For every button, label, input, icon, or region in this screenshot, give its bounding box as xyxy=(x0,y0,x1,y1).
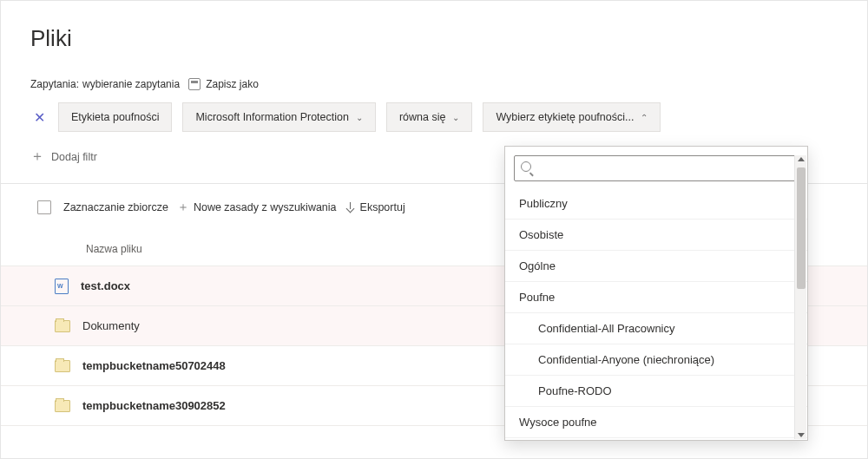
export-button[interactable]: Eksportuj xyxy=(345,201,405,213)
folder-icon xyxy=(55,360,70,372)
filter-source-label: Microsoft Information Protection xyxy=(195,111,348,123)
dropdown-option[interactable]: Publiczny xyxy=(505,188,807,220)
dropdown-option[interactable]: Poufne-RODO xyxy=(505,376,807,407)
page-title: Pliki xyxy=(1,1,867,52)
filter-field-label: Etykieta poufności xyxy=(71,111,159,123)
new-policy-label: Nowe zasady z wyszukiwania xyxy=(194,201,337,213)
dropdown-option[interactable]: Highly Confidential-All Employees xyxy=(505,438,807,440)
dropdown-option[interactable]: Wysoce poufne xyxy=(505,407,807,438)
filter-value-placeholder: Wybierz etykietę poufności... xyxy=(496,111,634,123)
filter-bar: ✕ Etykieta poufności Microsoft Informati… xyxy=(1,102,867,132)
download-icon xyxy=(345,202,356,213)
bulk-select-button[interactable]: Zaznaczanie zbiorcze xyxy=(63,201,168,213)
export-label: Eksportuj xyxy=(360,201,405,213)
scroll-down-icon xyxy=(798,433,805,437)
word-file-icon xyxy=(55,279,69,294)
plus-icon: ＋ xyxy=(177,200,189,215)
query-picker[interactable]: wybieranie zapytania xyxy=(82,78,180,90)
dropdown-option[interactable]: Confidential-All Pracownicy xyxy=(505,313,807,344)
folder-icon xyxy=(55,400,70,412)
scrollbar[interactable] xyxy=(794,155,806,439)
scrollbar-thumb[interactable] xyxy=(797,167,806,289)
row-name: tempbucketname30902852 xyxy=(82,399,226,412)
save-icon xyxy=(188,78,201,90)
chevron-down-icon: ⌄ xyxy=(356,113,363,122)
row-name: Dokumenty xyxy=(82,319,140,332)
filter-operator-label: równa się xyxy=(399,111,446,123)
chevron-down-icon: ⌄ xyxy=(452,113,459,122)
scroll-up-icon xyxy=(798,157,805,161)
row-name: test.docx xyxy=(81,279,130,292)
query-bar: Zapytania: wybieranie zapytania Zapisz j… xyxy=(1,52,867,102)
filter-source-pill[interactable]: Microsoft Information Protection ⌄ xyxy=(182,102,375,132)
dropdown-option[interactable]: Osobiste xyxy=(505,220,807,251)
remove-filter-button[interactable]: ✕ xyxy=(30,108,48,126)
dropdown-options-list: PublicznyOsobisteOgólnePoufneConfidentia… xyxy=(505,188,807,440)
folder-icon xyxy=(55,320,70,332)
save-as-button[interactable]: Zapisz jako xyxy=(206,78,259,90)
dropdown-option[interactable]: Ogólne xyxy=(505,251,807,282)
dropdown-search-input[interactable] xyxy=(514,155,799,181)
bulk-select-label: Zaznaczanie zbiorcze xyxy=(63,201,168,213)
search-icon xyxy=(521,161,531,172)
row-name: tempbucketname50702448 xyxy=(82,359,226,372)
filter-value-pill[interactable]: Wybierz etykietę poufności... ⌃ xyxy=(483,102,661,132)
add-filter-label: Dodaj filtr xyxy=(51,151,97,163)
dropdown-option[interactable]: Confidential-Anyone (niechroniące) xyxy=(505,344,807,376)
filter-operator-pill[interactable]: równa się ⌄ xyxy=(386,102,473,132)
chevron-up-icon: ⌃ xyxy=(641,113,648,122)
dropdown-option[interactable]: Poufne xyxy=(505,282,807,313)
queries-label: Zapytania: xyxy=(30,78,79,90)
select-all-checkbox[interactable] xyxy=(37,200,51,214)
filter-field-pill[interactable]: Etykieta poufności xyxy=(58,102,172,132)
plus-icon: ＋ xyxy=(30,148,44,166)
new-policy-button[interactable]: ＋ Nowe zasady z wyszukiwania xyxy=(177,200,337,215)
sensitivity-label-dropdown: PublicznyOsobisteOgólnePoufneConfidentia… xyxy=(504,146,808,441)
